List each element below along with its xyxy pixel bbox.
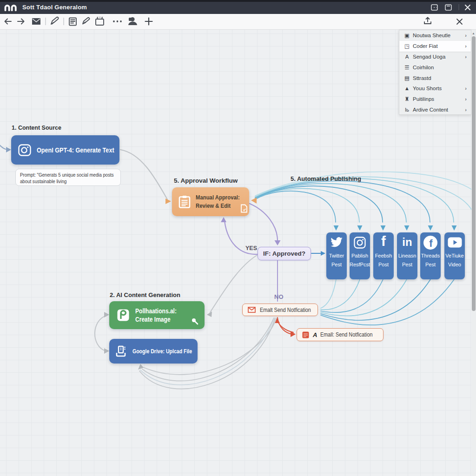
svg-text:f: f	[429, 238, 433, 249]
